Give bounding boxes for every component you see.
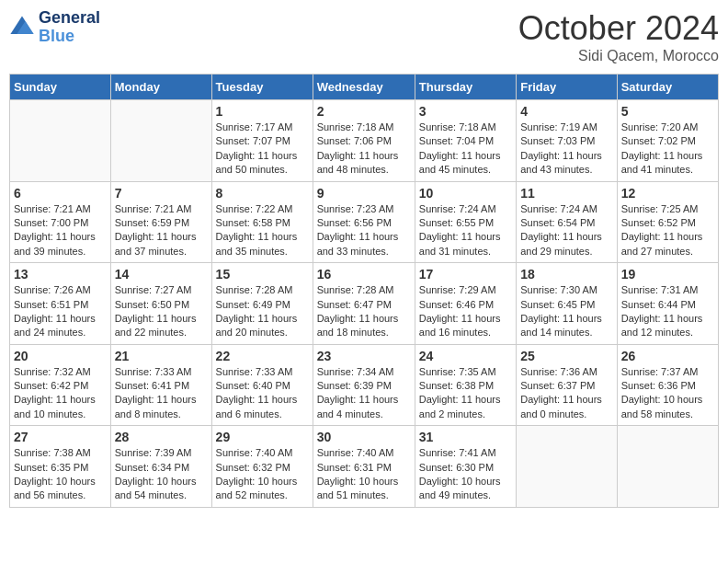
day-number: 28 [115, 430, 208, 444]
weekday-header: Wednesday [313, 75, 415, 100]
day-number: 17 [419, 267, 512, 282]
calendar-cell [517, 426, 618, 508]
cell-details: Sunrise: 7:29 AMSunset: 6:46 PMDaylight:… [419, 284, 501, 338]
cell-details: Sunrise: 7:39 AMSunset: 6:34 PMDaylight:… [115, 447, 197, 500]
cell-details: Sunrise: 7:24 AMSunset: 6:55 PMDaylight:… [419, 203, 501, 257]
calendar-cell: 2Sunrise: 7:18 AMSunset: 7:06 PMDaylight… [313, 100, 415, 182]
weekday-header: Saturday [617, 75, 718, 100]
calendar-cell: 5Sunrise: 7:20 AMSunset: 7:02 PMDaylight… [617, 100, 718, 182]
calendar-cell: 3Sunrise: 7:18 AMSunset: 7:04 PMDaylight… [415, 100, 516, 182]
day-number: 6 [14, 186, 107, 201]
calendar-table: SundayMondayTuesdayWednesdayThursdayFrid… [9, 74, 719, 508]
day-number: 15 [216, 267, 309, 282]
cell-details: Sunrise: 7:21 AMSunset: 7:00 PMDaylight:… [14, 203, 96, 257]
cell-details: Sunrise: 7:24 AMSunset: 6:54 PMDaylight:… [520, 203, 602, 257]
title-block: October 2024 Sidi Qacem, Morocco [518, 9, 719, 64]
day-number: 2 [317, 104, 411, 119]
cell-details: Sunrise: 7:41 AMSunset: 6:30 PMDaylight:… [419, 447, 501, 500]
day-number: 12 [621, 186, 714, 201]
calendar-cell: 19Sunrise: 7:31 AMSunset: 6:44 PMDayligh… [617, 263, 718, 345]
weekday-header: Monday [110, 75, 211, 100]
day-number: 9 [317, 186, 411, 201]
day-number: 19 [621, 267, 714, 282]
cell-details: Sunrise: 7:25 AMSunset: 6:52 PMDaylight:… [621, 203, 703, 257]
day-number: 18 [520, 267, 613, 282]
cell-details: Sunrise: 7:28 AMSunset: 6:49 PMDaylight:… [216, 284, 298, 338]
cell-details: Sunrise: 7:36 AMSunset: 6:37 PMDaylight:… [520, 366, 602, 419]
day-number: 25 [520, 349, 613, 363]
cell-details: Sunrise: 7:30 AMSunset: 6:45 PMDaylight:… [520, 284, 602, 338]
calendar-week-row: 1Sunrise: 7:17 AMSunset: 7:07 PMDaylight… [10, 100, 719, 182]
day-number: 30 [317, 430, 411, 444]
cell-details: Sunrise: 7:38 AMSunset: 6:35 PMDaylight:… [14, 447, 96, 500]
day-number: 10 [419, 186, 512, 201]
weekday-header: Friday [517, 75, 618, 100]
calendar-cell: 30Sunrise: 7:40 AMSunset: 6:31 PMDayligh… [313, 426, 415, 508]
day-number: 16 [317, 267, 411, 282]
calendar-cell: 9Sunrise: 7:23 AMSunset: 6:56 PMDaylight… [313, 181, 415, 263]
calendar-cell: 16Sunrise: 7:28 AMSunset: 6:47 PMDayligh… [313, 263, 415, 345]
calendar-cell: 27Sunrise: 7:38 AMSunset: 6:35 PMDayligh… [10, 426, 111, 508]
day-number: 1 [216, 104, 309, 119]
day-number: 22 [216, 349, 309, 363]
calendar-cell: 10Sunrise: 7:24 AMSunset: 6:55 PMDayligh… [415, 181, 516, 263]
calendar-cell: 21Sunrise: 7:33 AMSunset: 6:41 PMDayligh… [110, 344, 211, 426]
calendar-cell: 28Sunrise: 7:39 AMSunset: 6:34 PMDayligh… [110, 426, 211, 508]
cell-details: Sunrise: 7:17 AMSunset: 7:07 PMDaylight:… [216, 121, 298, 175]
cell-details: Sunrise: 7:22 AMSunset: 6:58 PMDaylight:… [216, 203, 298, 257]
day-number: 4 [520, 104, 613, 119]
calendar-cell: 31Sunrise: 7:41 AMSunset: 6:30 PMDayligh… [415, 426, 516, 508]
day-number: 23 [317, 349, 411, 363]
weekday-header: Sunday [10, 75, 111, 100]
calendar-week-row: 6Sunrise: 7:21 AMSunset: 7:00 PMDaylight… [10, 181, 719, 263]
day-number: 26 [621, 349, 714, 363]
cell-details: Sunrise: 7:18 AMSunset: 7:04 PMDaylight:… [419, 121, 501, 175]
day-number: 21 [115, 349, 208, 363]
calendar-cell: 11Sunrise: 7:24 AMSunset: 6:54 PMDayligh… [517, 181, 618, 263]
calendar-cell [617, 426, 718, 508]
cell-details: Sunrise: 7:18 AMSunset: 7:06 PMDaylight:… [317, 121, 399, 175]
location: Sidi Qacem, Morocco [518, 48, 719, 64]
calendar-cell [10, 100, 111, 182]
calendar-cell: 26Sunrise: 7:37 AMSunset: 6:36 PMDayligh… [617, 344, 718, 426]
calendar-cell: 24Sunrise: 7:35 AMSunset: 6:38 PMDayligh… [415, 344, 516, 426]
cell-details: Sunrise: 7:33 AMSunset: 6:40 PMDaylight:… [216, 366, 298, 419]
day-number: 8 [216, 186, 309, 201]
cell-details: Sunrise: 7:40 AMSunset: 6:32 PMDaylight:… [216, 447, 298, 500]
calendar-cell: 20Sunrise: 7:32 AMSunset: 6:42 PMDayligh… [10, 344, 111, 426]
cell-details: Sunrise: 7:23 AMSunset: 6:56 PMDaylight:… [317, 203, 399, 257]
day-number: 24 [419, 349, 512, 363]
calendar-cell: 12Sunrise: 7:25 AMSunset: 6:52 PMDayligh… [617, 181, 718, 263]
cell-details: Sunrise: 7:35 AMSunset: 6:38 PMDaylight:… [419, 366, 501, 419]
calendar-week-row: 20Sunrise: 7:32 AMSunset: 6:42 PMDayligh… [10, 344, 719, 426]
calendar-cell: 17Sunrise: 7:29 AMSunset: 6:46 PMDayligh… [415, 263, 516, 345]
calendar-cell: 8Sunrise: 7:22 AMSunset: 6:58 PMDaylight… [211, 181, 313, 263]
calendar-cell: 15Sunrise: 7:28 AMSunset: 6:49 PMDayligh… [211, 263, 313, 345]
weekday-header: Thursday [415, 75, 516, 100]
cell-details: Sunrise: 7:33 AMSunset: 6:41 PMDaylight:… [115, 366, 197, 419]
day-number: 5 [621, 104, 714, 119]
calendar-cell: 18Sunrise: 7:30 AMSunset: 6:45 PMDayligh… [517, 263, 618, 345]
calendar-cell: 22Sunrise: 7:33 AMSunset: 6:40 PMDayligh… [211, 344, 313, 426]
day-number: 7 [115, 186, 208, 201]
cell-details: Sunrise: 7:28 AMSunset: 6:47 PMDaylight:… [317, 284, 399, 338]
calendar-week-row: 27Sunrise: 7:38 AMSunset: 6:35 PMDayligh… [10, 426, 719, 508]
day-number: 14 [115, 267, 208, 282]
calendar-cell: 1Sunrise: 7:17 AMSunset: 7:07 PMDaylight… [211, 100, 313, 182]
day-number: 31 [419, 430, 512, 444]
cell-details: Sunrise: 7:31 AMSunset: 6:44 PMDaylight:… [621, 284, 703, 338]
logo-icon [9, 15, 35, 40]
calendar-cell: 29Sunrise: 7:40 AMSunset: 6:32 PMDayligh… [211, 426, 313, 508]
cell-details: Sunrise: 7:21 AMSunset: 6:59 PMDaylight:… [115, 203, 197, 257]
calendar-cell: 6Sunrise: 7:21 AMSunset: 7:00 PMDaylight… [10, 181, 111, 263]
calendar-cell: 4Sunrise: 7:19 AMSunset: 7:03 PMDaylight… [517, 100, 618, 182]
page-header: General Blue October 2024 Sidi Qacem, Mo… [9, 9, 719, 64]
day-number: 27 [14, 430, 107, 444]
calendar-week-row: 13Sunrise: 7:26 AMSunset: 6:51 PMDayligh… [10, 263, 719, 345]
logo: General Blue [9, 9, 100, 46]
cell-details: Sunrise: 7:40 AMSunset: 6:31 PMDaylight:… [317, 447, 399, 500]
cell-details: Sunrise: 7:34 AMSunset: 6:39 PMDaylight:… [317, 366, 399, 419]
calendar-cell: 7Sunrise: 7:21 AMSunset: 6:59 PMDaylight… [110, 181, 211, 263]
day-number: 13 [14, 267, 107, 282]
weekday-header-row: SundayMondayTuesdayWednesdayThursdayFrid… [10, 75, 719, 100]
